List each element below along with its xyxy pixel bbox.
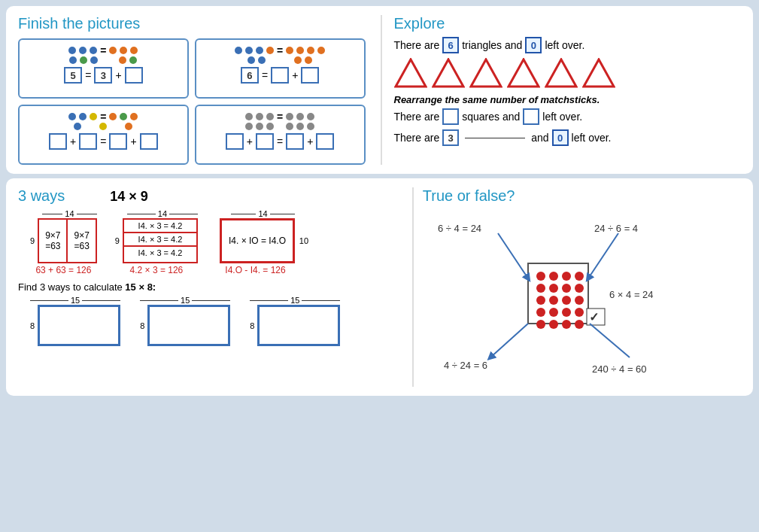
dot [99, 123, 107, 130]
way3-dim-top: 14 [258, 209, 267, 218]
fp-cell-4: = [195, 105, 366, 165]
way3-content: I4. × IO = I4.O [220, 218, 295, 263]
dot [130, 113, 138, 120]
leftover-value-1[interactable]: 0 [525, 37, 542, 53]
leftover-value-3[interactable]: 0 [552, 129, 569, 146]
dot [296, 123, 304, 130]
tf-title: True or false? [423, 187, 741, 205]
answer-6[interactable]: 6 [241, 67, 259, 84]
svg-point-25 [562, 320, 571, 329]
empty-box-1[interactable] [125, 67, 143, 84]
dot [130, 47, 138, 54]
svg-point-14 [575, 284, 584, 293]
dot [120, 113, 127, 120]
explore-title: Explore [394, 15, 742, 32]
explore-line-3: There are 3 and 0 left over. [394, 129, 742, 146]
dot [307, 113, 314, 120]
triangle-6 [582, 58, 615, 88]
svg-line-30 [588, 233, 618, 278]
ways-row: 14 9 9×7 =63 9×7 =63 [18, 209, 400, 275]
empty-box-3a[interactable] [49, 133, 67, 150]
dot [296, 113, 304, 120]
dots-row-1b [69, 56, 137, 64]
dot [235, 47, 242, 54]
empty-rect-1[interactable] [38, 305, 120, 346]
mult-title: 14 × 9 [110, 189, 148, 205]
equation-1: 5 = 3 + [64, 67, 142, 84]
svg-point-7 [536, 272, 545, 281]
empty-box-3b[interactable] [79, 133, 97, 150]
box2-dim-side: 8 [140, 321, 144, 330]
fp-cell-3: = + [18, 105, 189, 165]
svg-text:6 × 4 = 24: 6 × 4 = 24 [609, 289, 654, 300]
box3-dim-side: 8 [250, 321, 254, 330]
empty-box-3d[interactable] [140, 133, 158, 150]
triangle-1 [394, 58, 427, 88]
finish-pictures: Finish the pictures = [18, 15, 366, 165]
dots-row-2b [247, 56, 312, 64]
dot [90, 113, 97, 120]
svg-point-22 [575, 308, 584, 317]
dot [247, 56, 255, 64]
answer-5[interactable]: 5 [64, 67, 82, 84]
fp-cell-1: = 5 = [18, 38, 189, 99]
empty-box-4a[interactable] [226, 133, 244, 150]
svg-point-17 [562, 296, 571, 305]
dot [68, 47, 76, 54]
dot [286, 47, 293, 54]
empty-box-4b[interactable] [256, 133, 274, 150]
triangle-5 [545, 58, 578, 88]
count-value-3[interactable]: 3 [442, 129, 459, 146]
dot [294, 56, 302, 64]
way3-result: I4.O - I4. = 126 [216, 265, 295, 275]
svg-point-18 [575, 296, 584, 305]
equals-1: = [100, 44, 106, 56]
svg-point-15 [536, 296, 545, 305]
empty-box-2b[interactable] [301, 67, 319, 84]
equation-3: + = + [49, 133, 158, 150]
answer-3[interactable]: 3 [94, 67, 112, 84]
svg-marker-4 [546, 59, 576, 87]
way3-dim-side: 10 [299, 236, 308, 245]
way-1: 14 9 9×7 =63 9×7 =63 [30, 209, 97, 275]
empty-rect-3[interactable] [257, 305, 340, 346]
way-2: 14 9 I4. × 3 = 4.2 I4. × 3 = 4.2 I4. × 3… [115, 209, 198, 275]
dot [129, 56, 137, 64]
explore-line-1: There are 6 triangles and 0 left over. [394, 37, 742, 53]
box2-dim-top: 15 [181, 296, 190, 305]
triangle-4 [507, 58, 540, 88]
dot [317, 47, 325, 54]
dot [120, 47, 127, 54]
svg-marker-2 [471, 59, 501, 87]
way1-dim-side: 9 [30, 236, 35, 245]
way2-dim-side: 9 [115, 236, 120, 245]
dot [245, 113, 253, 120]
empty-box-2a[interactable] [271, 67, 289, 84]
empty-rect-2[interactable] [147, 305, 230, 346]
dot [90, 47, 97, 54]
dot [245, 123, 253, 130]
dot [266, 123, 274, 130]
dot [79, 113, 87, 120]
empty-box-4d[interactable] [316, 133, 334, 150]
svg-point-26 [575, 320, 584, 329]
box1-dim-side: 8 [30, 321, 35, 330]
way2-row3: I4. × 3 = 4.2 [124, 247, 196, 259]
leftover-value-2[interactable] [523, 108, 539, 125]
svg-point-23 [536, 320, 545, 329]
empty-box-4c[interactable] [286, 133, 304, 150]
main-container: Finish the pictures = [6, 6, 753, 396]
find-box-3: 15 8 [250, 296, 340, 346]
svg-point-24 [549, 320, 558, 329]
svg-point-9 [562, 272, 571, 281]
svg-point-20 [549, 308, 558, 317]
triangle-2 [432, 58, 465, 88]
dots-row-4: = [245, 111, 314, 123]
squares-value[interactable] [442, 108, 459, 125]
triangles-value[interactable]: 6 [442, 37, 459, 53]
way2-dim-top: 14 [158, 209, 167, 218]
dot [90, 56, 98, 64]
dot [125, 123, 132, 130]
empty-box-3c[interactable] [109, 133, 127, 150]
three-ways-section: 3 ways 14 × 9 14 9 9×7 [18, 187, 400, 387]
